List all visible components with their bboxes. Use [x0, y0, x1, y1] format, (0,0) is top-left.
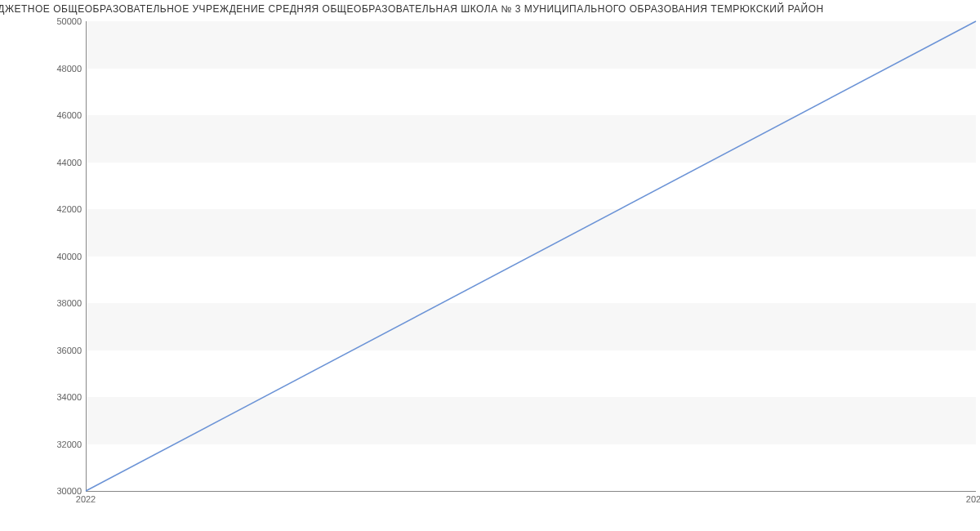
- y-tick-label: 46000: [56, 110, 82, 120]
- line-series: [86, 21, 976, 491]
- y-tick-label: 40000: [56, 252, 82, 261]
- y-tick-label: 38000: [56, 298, 82, 308]
- chart-title: АЛЬНОЕ БЮДЖЕТНОЕ ОБЩЕОБРАЗОВАТЕЛЬНОЕ УЧР…: [0, 0, 980, 18]
- y-tick-label: 34000: [56, 392, 82, 402]
- x-axis: [86, 491, 976, 492]
- y-tick-label: 48000: [56, 64, 82, 74]
- x-tick-label: 2024: [966, 494, 980, 504]
- y-tick-label: 36000: [56, 346, 82, 355]
- y-tick-label: 32000: [56, 440, 82, 449]
- y-tick-label: 50000: [56, 16, 82, 26]
- y-tick-label: 42000: [56, 204, 82, 214]
- y-tick-label: 44000: [56, 158, 82, 167]
- x-tick-label: 2022: [76, 494, 96, 504]
